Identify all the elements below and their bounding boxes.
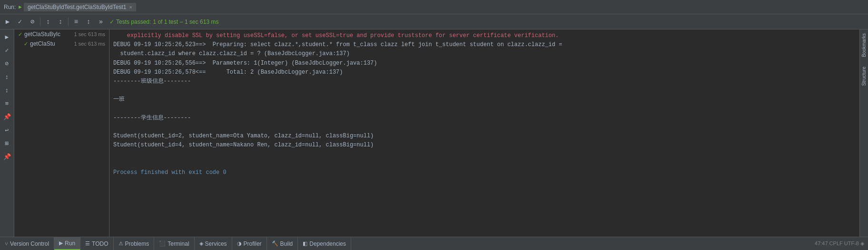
sidebar-check-icon[interactable]: ✓ (1, 45, 13, 56)
active-tab[interactable]: getClaStuByIdTest.getClaStuByIdTest1 × (24, 3, 136, 11)
test-name-1: getClaStuByIc (24, 31, 60, 38)
bottom-tab-terminal-label: Terminal (168, 240, 189, 247)
structure-label[interactable]: Structure (861, 67, 867, 86)
test-passed-label: Tests passed: (116, 19, 151, 25)
bottom-tab-build[interactable]: 🔨 Build (267, 237, 298, 250)
close-icon[interactable]: × (129, 4, 132, 10)
version-control-icon: ⑂ (5, 241, 8, 247)
sidebar-pin-icon[interactable]: 📌 (1, 111, 13, 123)
sidebar-thumb-icon[interactable]: 📌 (1, 151, 13, 163)
bottom-tab-vc-label: Version Control (10, 240, 49, 247)
check-passed-icon: ✓ (109, 19, 114, 25)
check-button[interactable]: ✓ (14, 16, 26, 28)
bookmarks-label[interactable]: Bookmarks (861, 33, 867, 57)
output-line-1: explicitly disable SSL by setting useSSL… (113, 31, 856, 40)
output-line-3: student.clazz_id where clazz.clazz_id = … (113, 49, 856, 58)
output-line-16: Process finished with exit code 0 (113, 168, 856, 177)
todo-icon: ☰ (85, 240, 90, 247)
toolbar: ▶ ✓ ⊘ ↕ ↕ ≡ ↕ » ✓ Tests passed: 1 of 1 t… (0, 14, 868, 29)
output-line-5: DEBUG 09-19 10:25:26,578<== Total: 2 (Ba… (113, 68, 856, 77)
output-line-11 (113, 123, 856, 132)
output-line-9 (113, 105, 856, 114)
main-area: ▶ ✓ ⊘ ↕ ↕ ≡ 📌 ↩ ⊞ 📌 ✓ getClaStuByIc 1 se… (0, 29, 868, 237)
run-button[interactable]: ▶ (2, 16, 13, 28)
test-passed-badge: ✓ Tests passed: 1 of 1 test – 1 sec 613 … (109, 19, 218, 25)
sort-desc-button[interactable]: ↕ (55, 16, 66, 28)
bottom-tab-problems-label: Problems (125, 240, 149, 247)
bottom-tab-profiler-label: Profiler (244, 240, 262, 247)
bottom-tabs: ⑂ Version Control ▶ Run ☰ TODO ⚠ Problem… (0, 237, 811, 250)
sidebar-expand-icon[interactable]: ≡ (1, 98, 13, 109)
output-line-15 (113, 159, 856, 168)
bottom-tab-run-label: Run (65, 240, 75, 247)
bottom-tab-terminal[interactable]: ⬛ Terminal (154, 237, 194, 250)
profiler-icon: ◑ (237, 240, 242, 247)
bottom-tab-dependencies-label: Dependencies (309, 240, 346, 247)
bottom-tab-version-control[interactable]: ⑂ Version Control (0, 237, 54, 250)
output-line-7 (113, 86, 856, 95)
test-time: – 1 sec 613 ms (180, 19, 218, 25)
output-line-12: Student(student_id=2, student_name=Ota Y… (113, 132, 856, 141)
toolbar-divider-1 (40, 18, 40, 26)
bottom-tab-profiler[interactable]: ◑ Profiler (232, 237, 267, 250)
bottom-tab-problems[interactable]: ⚠ Problems (114, 237, 155, 250)
test-item-1[interactable]: ✓ getClaStuByIc 1 sec 613 ms (14, 29, 109, 39)
run-tab-icon: ▶ (59, 240, 63, 246)
tab-name: getClaStuByIdTest.getClaStuByIdTest1 (28, 4, 126, 10)
output-line-14 (113, 150, 856, 159)
sidebar-grid-icon[interactable]: ⊞ (1, 138, 13, 149)
terminal-icon: ⬛ (159, 240, 166, 247)
sidebar-history-icon[interactable]: ↩ (1, 125, 13, 136)
right-sidebar: Bookmarks Structure (859, 29, 868, 237)
stop-button[interactable]: ⊘ (27, 16, 38, 28)
sort-asc-button[interactable]: ↕ (42, 16, 54, 28)
test-item-2[interactable]: ✓ getClaStu 1 sec 613 ms (14, 39, 109, 48)
test-name-2: getClaStu (30, 40, 55, 47)
run-label: Run: (4, 4, 16, 10)
build-icon: 🔨 (272, 240, 278, 247)
bottom-bar: ⑂ Version Control ▶ Run ☰ TODO ⚠ Problem… (0, 237, 868, 250)
test-time-2: 1 sec 613 ms (74, 41, 105, 47)
output-line-6: --------班级信息-------- (113, 77, 856, 86)
sidebar-run-icon[interactable]: ▶ (1, 31, 13, 43)
bottom-tab-services-label: Services (205, 240, 227, 247)
bottom-tab-dependencies[interactable]: ◧ Dependencies (298, 237, 351, 250)
output-line-10: --------学生信息-------- (113, 114, 856, 123)
test-time-1: 1 sec 613 ms (74, 31, 105, 37)
top-tab-bar: Run: ▶ getClaStuByIdTest.getClaStuByIdTe… (0, 0, 868, 14)
output-line-13: Student(student_id=4, student_name=Nakan… (113, 141, 856, 150)
services-icon: ◈ (199, 240, 203, 247)
problems-icon: ⚠ (118, 240, 123, 247)
bottom-tab-todo[interactable]: ☰ TODO (80, 237, 113, 250)
output-line-2: DEBUG 09-19 10:25:26,523==> Preparing: s… (113, 40, 856, 49)
more-button[interactable]: » (95, 16, 107, 28)
test-count: 1 of 1 test (153, 19, 178, 25)
output-panel[interactable]: explicitly disable SSL by setting useSSL… (109, 29, 859, 237)
output-line-4: DEBUG 09-19 10:25:26,556==> Parameters: … (113, 59, 856, 68)
bottom-tab-todo-label: TODO (92, 240, 108, 247)
run-icon: ▶ (19, 4, 22, 10)
expand-button[interactable]: ≡ (70, 16, 82, 28)
bottom-tab-run[interactable]: ▶ Run (54, 237, 80, 250)
output-line-8: 一班 (113, 95, 856, 104)
bottom-tab-build-label: Build (280, 240, 293, 247)
toolbar-divider-2 (68, 18, 69, 26)
sidebar-sort1-icon[interactable]: ↕ (1, 71, 13, 83)
test-panel: ✓ getClaStuByIc 1 sec 613 ms ✓ getClaStu… (14, 29, 109, 237)
dependencies-icon: ◧ (303, 240, 307, 247)
test-check-icon-1: ✓ (18, 31, 22, 38)
sidebar-stop-icon[interactable]: ⊘ (1, 58, 13, 69)
bottom-tab-services[interactable]: ◈ Services (195, 237, 232, 250)
bottom-right-info: 47:47 CPLF UTF-8 ◈ (811, 240, 868, 247)
sidebar-sort2-icon[interactable]: ↕ (1, 85, 13, 96)
test-check-icon-2: ✓ (24, 41, 28, 47)
collapse-button[interactable]: ↕ (83, 16, 94, 28)
left-sidebar: ▶ ✓ ⊘ ↕ ↕ ≡ 📌 ↩ ⊞ 📌 (0, 29, 14, 237)
